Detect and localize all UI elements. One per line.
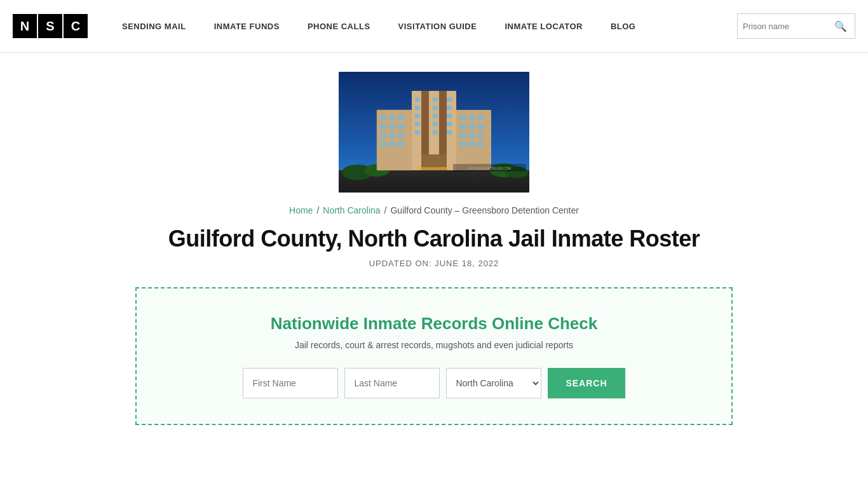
svg-rect-30 bbox=[415, 122, 420, 126]
svg-rect-23 bbox=[447, 97, 452, 102]
page-title: Guilford County, North Carolina Jail Inm… bbox=[168, 226, 700, 252]
search-submit-button[interactable]: 🔍 bbox=[832, 20, 850, 32]
hero-image: NATIONALDEBTRELIEF.COM bbox=[339, 72, 529, 193]
svg-rect-37 bbox=[459, 115, 466, 120]
updated-date: UPDATED ON: JUNE 18, 2022 bbox=[369, 259, 499, 268]
nav-inmate-locator[interactable]: INMATE LOCATOR bbox=[491, 22, 597, 31]
breadcrumb-current: Guilford County – Greensboro Detention C… bbox=[390, 205, 579, 215]
svg-rect-35 bbox=[447, 130, 452, 135]
search-panel: Nationwide Inmate Records Online Check J… bbox=[135, 287, 733, 425]
svg-rect-34 bbox=[433, 130, 438, 135]
nav-blog[interactable]: BLOG bbox=[597, 22, 650, 31]
svg-rect-48 bbox=[477, 142, 484, 147]
main-nav: SENDING MAIL INMATE FUNDS PHONE CALLS VI… bbox=[108, 22, 737, 31]
svg-rect-29 bbox=[447, 114, 452, 118]
breadcrumb-separator-1: / bbox=[316, 205, 319, 215]
nav-inmate-funds[interactable]: INMATE FUNDS bbox=[200, 22, 294, 31]
svg-rect-22 bbox=[433, 97, 438, 102]
svg-rect-25 bbox=[433, 105, 438, 110]
logo-letter-c: C bbox=[64, 14, 88, 38]
svg-rect-15 bbox=[380, 142, 386, 147]
svg-rect-43 bbox=[459, 133, 466, 138]
inmate-search-button[interactable]: SEARCH bbox=[548, 368, 625, 398]
svg-rect-14 bbox=[398, 133, 404, 138]
svg-rect-33 bbox=[415, 130, 420, 135]
svg-rect-39 bbox=[477, 115, 484, 120]
svg-rect-31 bbox=[433, 122, 438, 126]
nav-visitation-guide[interactable]: VISITATION GUIDE bbox=[384, 22, 491, 31]
prison-name-search-input[interactable] bbox=[743, 22, 832, 31]
logo-letter-s: S bbox=[38, 14, 62, 38]
svg-rect-47 bbox=[468, 142, 475, 147]
svg-rect-8 bbox=[398, 115, 404, 120]
inmate-search-form: North Carolina Alabama Alaska Arizona Ca… bbox=[243, 368, 625, 398]
svg-rect-45 bbox=[477, 133, 484, 138]
svg-rect-6 bbox=[380, 115, 386, 120]
svg-rect-50 bbox=[418, 167, 450, 170]
nav-sending-mail[interactable]: SENDING MAIL bbox=[108, 22, 200, 31]
main-content: NATIONALDEBTRELIEF.COM Home / North Caro… bbox=[0, 53, 868, 451]
svg-rect-17 bbox=[398, 142, 404, 147]
breadcrumb-separator-2: / bbox=[384, 205, 387, 215]
svg-rect-9 bbox=[380, 124, 386, 129]
svg-rect-44 bbox=[468, 133, 475, 138]
svg-rect-24 bbox=[415, 105, 420, 110]
breadcrumb-state-link[interactable]: North Carolina bbox=[323, 205, 380, 215]
svg-rect-13 bbox=[389, 133, 395, 138]
svg-rect-12 bbox=[380, 133, 386, 138]
breadcrumb: Home / North Carolina / Guilford County … bbox=[289, 205, 579, 215]
svg-rect-41 bbox=[468, 124, 475, 129]
panel-title: Nationwide Inmate Records Online Check bbox=[271, 314, 597, 334]
logo-letter-n: N bbox=[13, 14, 37, 38]
svg-rect-42 bbox=[477, 124, 484, 129]
svg-rect-11 bbox=[398, 124, 404, 129]
svg-text:NATIONALDEBTRELIEF.COM: NATIONALDEBTRELIEF.COM bbox=[468, 166, 511, 170]
svg-rect-40 bbox=[459, 124, 466, 129]
svg-rect-7 bbox=[389, 115, 395, 120]
site-logo[interactable]: N S C bbox=[13, 14, 89, 38]
svg-rect-16 bbox=[389, 142, 395, 147]
svg-rect-38 bbox=[468, 115, 475, 120]
svg-rect-26 bbox=[447, 105, 452, 110]
svg-rect-10 bbox=[389, 124, 395, 129]
breadcrumb-home-link[interactable]: Home bbox=[289, 205, 313, 215]
svg-rect-28 bbox=[433, 114, 438, 118]
header-search-box: 🔍 bbox=[737, 13, 855, 39]
nav-phone-calls[interactable]: PHONE CALLS bbox=[294, 22, 384, 31]
first-name-input[interactable] bbox=[243, 368, 338, 398]
svg-rect-27 bbox=[415, 114, 420, 118]
svg-rect-46 bbox=[459, 142, 466, 147]
panel-subtitle: Jail records, court & arrest records, mu… bbox=[295, 340, 573, 350]
svg-rect-32 bbox=[447, 122, 452, 126]
last-name-input[interactable] bbox=[344, 368, 440, 398]
site-header: N S C SENDING MAIL INMATE FUNDS PHONE CA… bbox=[0, 0, 868, 53]
state-select[interactable]: North Carolina Alabama Alaska Arizona Ca… bbox=[446, 368, 541, 398]
svg-rect-21 bbox=[415, 97, 420, 102]
